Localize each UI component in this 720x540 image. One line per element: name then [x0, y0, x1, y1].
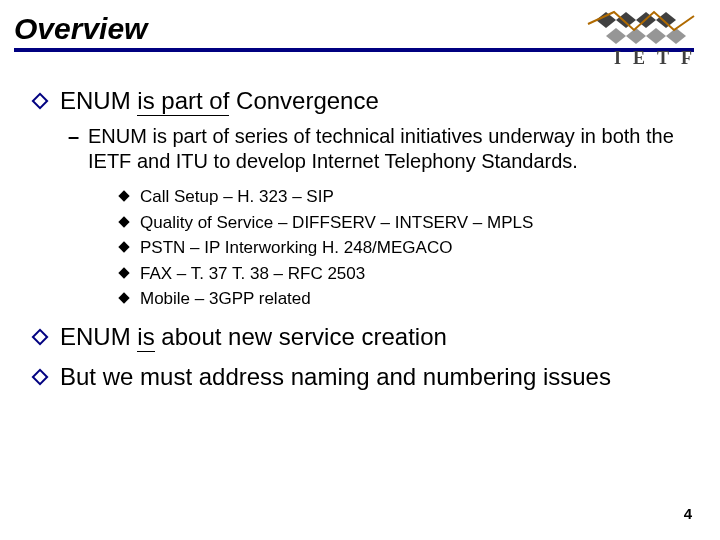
svg-marker-4 — [606, 28, 626, 44]
slide-body: ENUM is part of Convergence ENUM is part… — [0, 62, 720, 392]
svg-marker-3 — [656, 12, 676, 28]
bullet-item-2: ENUM is about new service creation — [34, 322, 686, 352]
subsub-bullet-list: Call Setup – H. 323 – SIP Quality of Ser… — [118, 184, 686, 312]
subsub-bullet-item: Quality of Service – DIFFSERV – INTSERV … — [118, 210, 686, 236]
text: But we must address naming and numbering… — [60, 363, 611, 390]
text: ENUM is part of series of technical init… — [88, 125, 674, 172]
slide-header: Overview IETF — [0, 0, 720, 62]
slide: Overview IETF — [0, 0, 720, 540]
svg-marker-1 — [616, 12, 636, 28]
subsub-bullet-item: PSTN – IP Interworking H. 248/MEGACO — [118, 235, 686, 261]
svg-marker-6 — [646, 28, 666, 44]
ietf-logo-text: IETF — [614, 48, 704, 69]
svg-marker-5 — [626, 28, 646, 44]
sub-bullet-list: ENUM is part of series of technical init… — [60, 124, 686, 312]
subsub-bullet-item: Call Setup – H. 323 – SIP — [118, 184, 686, 210]
page-number: 4 — [684, 505, 692, 522]
svg-marker-7 — [666, 28, 686, 44]
text: Convergence — [229, 87, 378, 114]
bullet-item-3: But we must address naming and numbering… — [34, 362, 686, 392]
subsub-bullet-item: Mobile – 3GPP related — [118, 286, 686, 312]
text: about new service creation — [155, 323, 447, 350]
underline-text: is — [137, 323, 154, 352]
bullet-list: ENUM is part of Convergence ENUM is part… — [34, 86, 686, 392]
subsub-bullet-item: FAX – T. 37 T. 38 – RFC 2503 — [118, 261, 686, 287]
text: ENUM — [60, 323, 137, 350]
bullet-item-1: ENUM is part of Convergence ENUM is part… — [34, 86, 686, 312]
slide-title: Overview — [14, 12, 147, 46]
text: ENUM — [60, 87, 137, 114]
sub-bullet-item: ENUM is part of series of technical init… — [60, 124, 686, 312]
underline-text: is part of — [137, 87, 229, 116]
